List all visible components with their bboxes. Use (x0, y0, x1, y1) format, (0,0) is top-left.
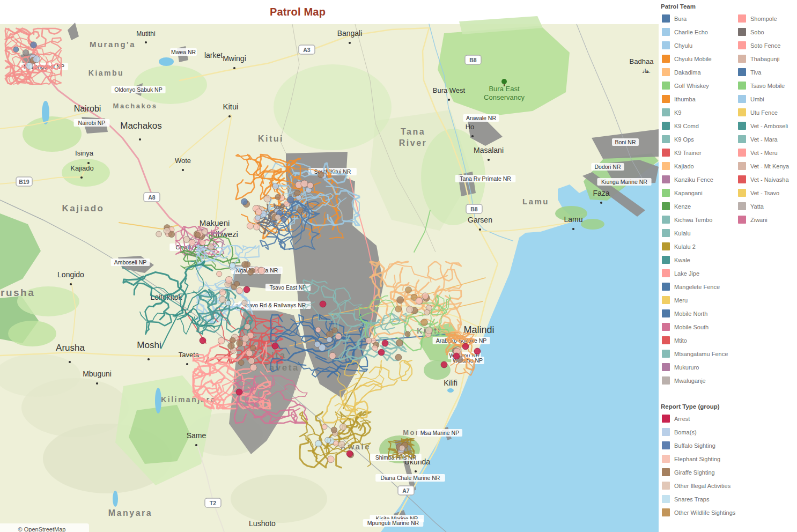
legend-item-label: Soto Fence (750, 42, 780, 49)
legend-item-label: Buffalo Sighting (674, 442, 715, 449)
legend-item-boma-s[interactable]: Boma(s) (662, 425, 738, 439)
color-swatch (738, 216, 746, 224)
report-marker (397, 297, 404, 304)
legend-item-label: Arrest (674, 416, 690, 422)
legend-item-mobile-south[interactable]: Mobile South (662, 320, 738, 334)
legend-item-label: Vet - Mt Kenya (750, 163, 789, 169)
legend-item-bura[interactable]: Bura (662, 12, 738, 25)
legend-item-meru[interactable]: Meru (662, 293, 738, 307)
report-marker (242, 261, 248, 268)
color-swatch (738, 41, 746, 49)
report-marker (202, 229, 208, 235)
legend-item-kulalu[interactable]: Kulalu (662, 226, 738, 240)
legend-item-kenze[interactable]: Kenze (662, 200, 738, 213)
legend-item-mobile-north[interactable]: Mobile North (662, 307, 738, 320)
report-marker (399, 445, 405, 451)
legend-item-mwaluganje[interactable]: Mwaluganje (662, 374, 738, 387)
legend-item-label: Yatta (750, 203, 764, 210)
legend-item-k9[interactable]: K9 (662, 106, 738, 119)
map-svg[interactable]: Murang'aKiambuMachakosKituiTanaRiverKaji… (0, 0, 659, 532)
legend-item-label: Snares Traps (674, 496, 709, 503)
color-swatch (662, 14, 670, 23)
legend-item-label: Umbi (750, 96, 764, 102)
legend-item-tiva[interactable]: Tiva (738, 65, 797, 79)
town-dot (186, 363, 188, 365)
legend-item-k9-ops[interactable]: K9 Ops (662, 132, 738, 146)
legend-item-k9-comd[interactable]: K9 Comd (662, 119, 738, 132)
legend-item-k9-trainer[interactable]: K9 Trainer (662, 146, 738, 159)
legend-item-vet-mt-kenya[interactable]: Vet - Mt Kenya (738, 159, 797, 173)
legend-item-golf-whiskey[interactable]: Golf Whiskey (662, 79, 738, 92)
report-marker (331, 427, 337, 433)
legend-item-mtsangatamu-fence[interactable]: Mtsangatamu Fence (662, 347, 738, 360)
legend-item-kulalu-2[interactable]: Kulalu 2 (662, 240, 738, 253)
park-label: Dodori NR (594, 164, 621, 170)
report-marker (238, 360, 244, 366)
legend-item-other-illegal-activities[interactable]: Other Illegal Activities (662, 479, 738, 492)
town-label: larket (204, 51, 223, 60)
color-swatch (662, 82, 670, 90)
legend-item-thabagunji[interactable]: Thabagunji (738, 52, 797, 65)
legend-item-label: Boma(s) (674, 429, 697, 435)
legend-item-mangelete-fence[interactable]: Mangelete Fence (662, 280, 738, 293)
legend-item-arrest[interactable]: Arrest (662, 412, 738, 425)
legend-item-kwale[interactable]: Kwale (662, 253, 738, 267)
legend-item-label: Charlie Echo (674, 29, 708, 35)
legend-item-vet-tsavo[interactable]: Vet - Tsavo (738, 186, 797, 200)
color-swatch (738, 122, 746, 130)
report-marker (217, 271, 222, 277)
road-badge-label: B19 (19, 179, 29, 185)
legend-item-ziwani[interactable]: Ziwani (738, 213, 797, 226)
color-swatch (662, 363, 670, 371)
arrest-marker (320, 301, 326, 307)
legend-item-kajiado[interactable]: Kajiado (662, 159, 738, 173)
legend-item-chyulu[interactable]: Chyulu (662, 39, 738, 52)
town-label: Lushoto (249, 519, 276, 528)
legend-item-charlie-echo[interactable]: Charlie Echo (662, 25, 738, 39)
legend-item-label: Kajiado (674, 163, 694, 169)
report-marker (322, 424, 327, 430)
legend-item-kichwa-tembo[interactable]: Kichwa Tembo (662, 213, 738, 226)
report-marker (23, 50, 29, 56)
legend-item-vet-amboseli[interactable]: Vet - Amboseli (738, 119, 797, 132)
legend-item-kapangani[interactable]: Kapangani (662, 186, 738, 200)
legend-item-soto-fence[interactable]: Soto Fence (738, 39, 797, 52)
legend-item-shompole[interactable]: Shompole (738, 12, 797, 25)
report-marker (255, 215, 261, 220)
map-canvas[interactable]: Murang'aKiambuMachakosKituiTanaRiverKaji… (0, 0, 659, 532)
legend-item-ithumba[interactable]: Ithumba (662, 92, 738, 106)
town-label: Makueni (200, 218, 230, 227)
town-label: Kitui (223, 102, 238, 111)
legend-item-vet-naivasha[interactable]: Vet - Naivasha (738, 173, 797, 186)
legend-item-yatta[interactable]: Yatta (738, 200, 797, 213)
legend-item-dakadima[interactable]: Dakadima (662, 65, 738, 79)
legend-item-other-wildlife-sightings[interactable]: Other Wildlife Sightings (662, 506, 738, 519)
color-swatch (738, 202, 746, 210)
report-marker (395, 306, 402, 312)
legend-item-vet-mara[interactable]: Vet - Mara (738, 132, 797, 146)
legend-item-vet-meru[interactable]: Vet - Meru (738, 146, 797, 159)
legend-item-tsavo-mobile[interactable]: Tsavo Mobile (738, 79, 797, 92)
legend-item-buffalo-sighting[interactable]: Buffalo Sighting (662, 439, 738, 452)
legend-item-elephant-sighting[interactable]: Elephant Sighting (662, 452, 738, 466)
arrest-marker (378, 349, 385, 356)
legend-item-utu-fence[interactable]: Utu Fence (738, 106, 797, 119)
legend-item-label: Vet - Meru (750, 150, 778, 156)
legend-item-sobo[interactable]: Sobo (738, 25, 797, 39)
color-swatch (662, 149, 670, 157)
dashboard-header: Patrol Map (0, 0, 595, 24)
town-label: Faza (593, 189, 609, 197)
color-swatch (662, 296, 670, 304)
legend-item-umbi[interactable]: Umbi (738, 92, 797, 106)
legend-item-chyulu-mobile[interactable]: Chyulu Mobile (662, 52, 738, 65)
color-swatch (662, 495, 670, 503)
legend-item-kanziku-fence[interactable]: Kanziku Fence (662, 173, 738, 186)
report-marker (416, 298, 423, 305)
legend-item-mtito[interactable]: Mtito (662, 334, 738, 347)
color-swatch (662, 108, 670, 116)
report-marker (241, 198, 247, 205)
legend-item-giraffe-sighting[interactable]: Giraffe Sighting (662, 466, 738, 479)
legend-item-mukururo[interactable]: Mukururo (662, 360, 738, 374)
legend-item-snares-traps[interactable]: Snares Traps (662, 492, 738, 506)
legend-item-lake-jipe[interactable]: Lake Jipe (662, 267, 738, 280)
